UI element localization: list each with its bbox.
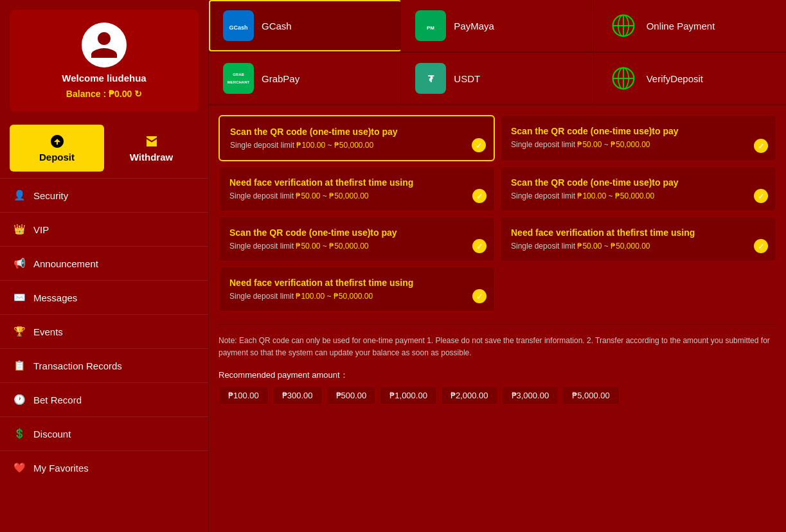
verify-logo [608, 63, 639, 94]
amount-btn-4[interactable]: ₱2,000.00 [441, 386, 498, 405]
amount-btn-6[interactable]: ₱5,000.00 [562, 386, 620, 405]
deposit-option-1[interactable]: Scan the QR code (one-time use)to pay Si… [500, 115, 776, 161]
events-icon: 🏆 [13, 325, 26, 338]
deposit-option-3[interactable]: Scan the QR code (one-time use)to pay Si… [500, 166, 776, 211]
balance-value: ₱0.00 [109, 89, 132, 99]
svg-text:PM: PM [427, 25, 434, 31]
usdt-logo: ₮ [415, 63, 446, 94]
announcement-icon: 📢 [13, 257, 26, 270]
amount-btn-3[interactable]: ₱1,000.00 [380, 386, 437, 405]
sidebar-item-bet-record[interactable]: 🕐 Bet Record [0, 382, 208, 416]
paymaya-logo: PM [415, 10, 446, 41]
payment-method-online[interactable]: Online Payment [594, 0, 786, 51]
amount-btn-2[interactable]: ₱500.00 [326, 386, 377, 405]
balance-display: Balance : ₱0.00 ↻ [66, 89, 142, 99]
svg-text:MERCHANT: MERCHANT [228, 80, 250, 84]
deposit-button[interactable]: Deposit [10, 125, 104, 172]
vip-icon: 👑 [13, 223, 26, 236]
deposit-option-3-limit: Single deposit limit ₱100.00 ~ ₱50,000.0… [511, 191, 765, 200]
deposit-withdraw-toggle: Deposit Withdraw [10, 125, 199, 172]
sidebar-item-events[interactable]: 🏆 Events [0, 314, 208, 348]
payment-method-usdt[interactable]: ₮ USDT [401, 53, 593, 104]
selected-check-0: ✓ [472, 138, 486, 152]
usdt-label: USDT [454, 73, 480, 84]
refresh-icon[interactable]: ↻ [134, 89, 142, 99]
sidebar-item-messages[interactable]: ✉️ Messages [0, 280, 208, 314]
sidebar-menu: 👤 Security 👑 VIP 📢 Announcement ✉️ Messa… [0, 178, 208, 484]
selected-check-1: ✓ [754, 139, 768, 153]
payment-method-paymaya[interactable]: PM PayMaya [401, 0, 593, 51]
paymaya-label: PayMaya [454, 21, 494, 31]
sidebar: Welcome liudehua Balance : ₱0.00 ↻ Depos… [0, 0, 209, 532]
avatar [82, 22, 127, 67]
selected-check-4: ✓ [472, 239, 487, 253]
main-content: GCash GCash PM PayMaya [209, 0, 786, 532]
selected-check-6: ✓ [472, 289, 487, 303]
deposit-option-2[interactable]: Need face verification at thefirst time … [219, 166, 495, 211]
online-payment-label: Online Payment [647, 21, 715, 31]
svg-rect-8 [224, 64, 253, 93]
recommended-amounts: ₱100.00 ₱300.00 ₱500.00 ₱1,000.00 ₱2,000… [209, 384, 786, 411]
svg-text:₮: ₮ [428, 74, 434, 84]
section-divider [219, 324, 776, 325]
messages-icon: ✉️ [13, 291, 26, 304]
payment-methods-row1: GCash GCash PM PayMaya [209, 0, 786, 53]
grabpay-logo: GRAB MERCHANT [223, 63, 254, 94]
gcash-logo: GCash [223, 10, 254, 41]
note-text: Note: Each QR code can only be used for … [219, 336, 770, 357]
deposit-option-2-limit: Single deposit limit ₱50.00 ~ ₱50,000.00 [229, 191, 484, 200]
payment-methods-row2: GRAB MERCHANT GrabPay ₮ USDT [209, 53, 786, 105]
sidebar-item-vip[interactable]: 👑 VIP [0, 212, 208, 246]
verify-deposit-label: VerifyDeposit [647, 73, 703, 84]
favorites-icon: ❤️ [13, 461, 26, 474]
discount-icon: 💲 [13, 427, 26, 440]
deposit-option-4-limit: Single deposit limit ₱50.00 ~ ₱50,000.00 [229, 242, 484, 251]
sidebar-item-announcement[interactable]: 📢 Announcement [0, 246, 208, 280]
selected-check-3: ✓ [754, 189, 768, 203]
sidebar-item-favorites[interactable]: ❤️ My Favorites [0, 450, 208, 484]
deposit-option-5[interactable]: Need face verification at thefirst time … [500, 217, 776, 262]
deposit-option-2-title: Need face verification at thefirst time … [229, 177, 484, 188]
user-card: Welcome liudehua Balance : ₱0.00 ↻ [10, 10, 199, 112]
bet-icon: 🕐 [13, 393, 26, 406]
deposit-option-1-title: Scan the QR code (one-time use)to pay [511, 126, 765, 136]
security-icon: 👤 [13, 189, 26, 202]
svg-text:GCash: GCash [229, 24, 247, 31]
deposit-option-6-title: Need face verification at thefirst time … [229, 278, 484, 288]
deposit-option-0[interactable]: Scan the QR code (one-time use)to pay Si… [219, 115, 495, 161]
amount-btn-5[interactable]: ₱3,000.00 [502, 386, 559, 405]
amount-btn-1[interactable]: ₱300.00 [272, 386, 323, 405]
deposit-option-6-limit: Single deposit limit ₱100.00 ~ ₱50,000.0… [229, 292, 484, 301]
deposit-option-1-limit: Single deposit limit ₱50.00 ~ ₱50,000.00 [511, 140, 765, 149]
amount-btn-0[interactable]: ₱100.00 [219, 386, 269, 405]
selected-check-2: ✓ [472, 189, 487, 203]
note-section: Note: Each QR code can only be used for … [209, 328, 786, 366]
deposit-option-0-limit: Single deposit limit ₱100.00 ~ ₱50,000.0… [230, 141, 483, 150]
payment-method-grabpay[interactable]: GRAB MERCHANT GrabPay [209, 53, 401, 104]
gcash-label: GCash [262, 21, 292, 31]
grabpay-label: GrabPay [262, 73, 299, 84]
online-payment-logo [608, 10, 639, 41]
svg-text:GRAB: GRAB [233, 73, 244, 76]
sidebar-item-discount[interactable]: 💲 Discount [0, 416, 208, 450]
deposit-option-0-title: Scan the QR code (one-time use)to pay [230, 127, 483, 137]
deposit-option-4-title: Scan the QR code (one-time use)to pay [229, 227, 484, 238]
welcome-text: Welcome liudehua [62, 73, 146, 84]
recommended-label: Recommended payment amount： [209, 366, 786, 384]
deposit-option-6[interactable]: Need face verification at thefirst time … [219, 267, 495, 312]
sidebar-item-transaction-records[interactable]: 📋 Transaction Records [0, 348, 208, 382]
sidebar-item-security[interactable]: 👤 Security [0, 178, 208, 212]
deposit-options-grid: Scan the QR code (one-time use)to pay Si… [209, 105, 786, 321]
withdraw-button[interactable]: Withdraw [104, 125, 199, 172]
payment-method-gcash[interactable]: GCash GCash [209, 0, 401, 51]
payment-method-verify[interactable]: VerifyDeposit [594, 53, 786, 104]
deposit-option-3-title: Scan the QR code (one-time use)to pay [511, 177, 765, 188]
deposit-option-5-limit: Single deposit limit ₱50.00 ~ ₱50,000.00 [511, 242, 765, 251]
transaction-icon: 📋 [13, 359, 26, 372]
deposit-option-5-title: Need face verification at thefirst time … [511, 227, 765, 238]
deposit-option-4[interactable]: Scan the QR code (one-time use)to pay Si… [219, 217, 495, 262]
selected-check-5: ✓ [754, 239, 768, 253]
